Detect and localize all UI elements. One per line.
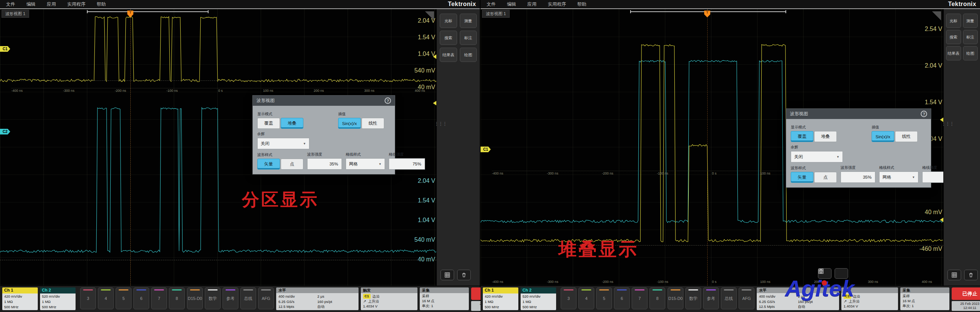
persistence-dropdown[interactable]: 关闭 [257,138,309,149]
source-button[interactable]: 数学 [205,287,221,309]
interpolation-sinx-button[interactable]: Sin(x)/x [872,131,894,142]
zoom-overview-button[interactable] [441,270,454,280]
channel-color-stripe [617,289,627,290]
menu-item[interactable]: 实用程序 [548,1,566,8]
source-button[interactable]: 数学 [685,287,701,309]
waveform-view-tab[interactable]: 波形视图 1 [482,10,510,18]
drag-handle-icon[interactable]: ⋮⋮⋮ [434,123,437,125]
menu-item[interactable]: 帮助 [97,1,106,8]
channel-badge-ch1[interactable]: Ch 1 420 mV/div1 MΩ500 MHz [483,287,518,310]
waveform-intensity-field[interactable]: 35% [841,172,875,183]
results-button[interactable]: 标注 [963,30,978,44]
style-dots-button[interactable]: 点 [814,172,837,183]
badge-line: 500 MHz [42,304,74,310]
results-button[interactable]: 结果表 [946,46,961,60]
channel-badge-ch2[interactable]: Ch 2 520 mV/div1 MΩ500 MHz [520,287,556,310]
display-mode-label: 显示模式 [791,125,837,130]
source-button[interactable]: 总线 [721,287,737,309]
run-stop-button[interactable]: 已停止 [952,287,980,300]
channel-button[interactable]: 3 [561,287,576,309]
results-button[interactable]: 搜索 [440,30,457,45]
badge-line: 520 mV/div [522,294,554,299]
results-button[interactable]: 搜索 [946,30,961,44]
scale-readout: 40 mV [418,256,435,263]
channel-badge-ch1[interactable]: Ch 1 420 mV/div1 MΩ500 MHz [2,287,38,310]
persistence-dropdown[interactable]: 关闭 [791,151,843,162]
help-icon[interactable]: ? [921,111,927,117]
graticule-style-dropdown[interactable]: 网格 [879,172,918,183]
dialog-title-bar[interactable]: 波形视图 ? [786,109,931,119]
trash-button[interactable] [457,270,471,280]
trigger-level-arrow[interactable] [431,54,436,59]
channel-button[interactable]: 8 [649,287,665,309]
drag-handle-icon[interactable]: ⋮⋮⋮ [941,123,944,125]
graticule-intensity-field[interactable]: 75% [922,172,943,183]
menu-item[interactable]: 帮助 [577,1,586,8]
channel-button[interactable]: 6 [134,287,149,309]
interpolation-linear-button[interactable]: 线性 [361,118,384,129]
menu-item[interactable]: 文件 [487,1,496,8]
style-dots-button[interactable]: 点 [281,159,303,170]
channel-button[interactable]: 7 [632,287,648,309]
graticule-intensity-field[interactable]: 75% [389,158,425,170]
graticule-style-dropdown[interactable]: 网格 [346,158,385,170]
menu-item[interactable]: 编辑 [27,1,35,8]
interpolation-linear-button[interactable]: 线性 [895,131,918,142]
menu-item[interactable]: 编辑 [507,1,516,8]
source-button[interactable]: AFG [738,287,754,309]
menu-item[interactable]: 应用 [527,1,536,8]
level-dashed-line [0,80,436,81]
channel-button[interactable]: 4 [578,287,594,309]
source-button[interactable]: AFG [258,287,274,309]
display-mode-overlay-button[interactable]: 覆盖 [257,118,280,129]
source-button[interactable]: D15-D0 [668,287,683,309]
results-button[interactable]: 测量 [460,14,477,28]
results-button[interactable]: 测量 [963,14,978,28]
channel-button[interactable]: 6 [614,287,630,309]
zoom-overview-button[interactable] [948,270,961,280]
source-button[interactable]: 参考 [703,287,719,309]
source-button[interactable]: D15-D0 [187,287,203,309]
channel-badge-ch2[interactable]: Ch 2 520 mV/div1 MΩ500 MHz [40,287,76,310]
waveform-view-right[interactable]: 波形视图 1 T -400 ns-300 ns-200 ns-100 ns0 s… [480,9,943,286]
channel-button[interactable]: 3 [80,287,96,309]
menu-item[interactable]: 文件 [6,1,15,8]
display-mode-stacked-button[interactable]: 堆叠 [281,118,303,129]
dialog-title-bar[interactable]: 波形视图 ? [253,96,395,106]
source-button[interactable]: 总线 [240,287,256,309]
results-button[interactable]: 绘图 [460,48,477,62]
menu-item[interactable]: 应用 [47,1,56,8]
style-vectors-button[interactable]: 矢量 [791,172,813,183]
results-button[interactable]: 光标 [946,14,961,28]
results-button[interactable]: 结果表 [440,48,457,62]
channel-button[interactable]: 5 [116,287,132,309]
channel-color-stripe [101,289,111,290]
acquisition-badge[interactable]: 采集 采样16 M 点单次: 1 [420,287,469,310]
waveform-intensity-field[interactable]: 35% [307,158,342,170]
interpolation-sinx-button[interactable]: Sin(x)/x [338,118,361,129]
display-mode-overlay-button[interactable]: 覆盖 [791,131,813,142]
results-button[interactable]: 标注 [460,30,477,45]
trash-button[interactable] [964,270,978,280]
acquisition-preview-bar[interactable] [87,10,208,13]
results-button[interactable]: 绘图 [963,46,978,60]
results-button[interactable]: 光标 [440,14,457,28]
trigger-level-arrow[interactable] [938,218,943,222]
channel-button[interactable]: 4 [98,287,114,309]
style-vectors-button[interactable]: 矢量 [257,159,280,170]
waveform-intensity-label: 波形强度 [841,165,875,170]
horizontal-badge[interactable]: 水平 400 ns/div2 μs6.25 GS/s160 ps/pt12.5 … [276,287,358,310]
trigger-badge[interactable]: 触发 C1边沿 上升沿 1.4034 V [361,287,417,310]
waveform-view-left[interactable]: 波形视图 1 T -400 ns-300 ns-200 ns-100 ns0 s… [0,9,436,286]
waveform-view-tab[interactable]: 波形视图 1 [2,10,29,18]
channel-button[interactable]: 8 [169,287,185,309]
menu-item[interactable]: 实用程序 [67,1,85,8]
acquisition-badge[interactable]: 采集 采样16 M 点单次: 1 [900,287,950,310]
trigger-position-line [130,9,131,286]
source-button[interactable]: 参考 [223,287,239,309]
channel-button[interactable]: 5 [596,287,612,309]
help-icon[interactable]: ? [385,97,391,104]
trigger-level-arrow[interactable] [431,101,436,105]
channel-button[interactable]: 7 [151,287,167,309]
display-mode-stacked-button[interactable]: 堆叠 [814,131,837,142]
